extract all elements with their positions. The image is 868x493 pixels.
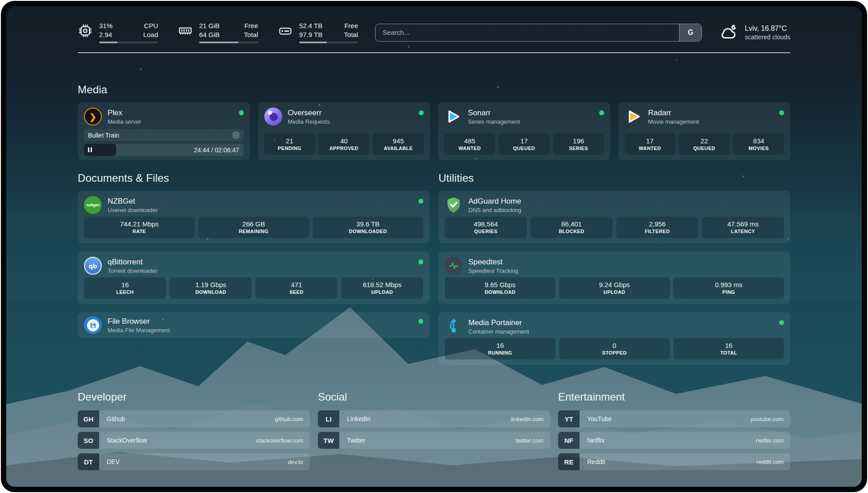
bookmark-twitter[interactable]: TW Twittertwitter.com: [318, 432, 550, 449]
service-subtitle: Torrent downloader: [108, 267, 413, 275]
service-card-overseerr[interactable]: Overseerr Media Requests 21PENDING 40APP…: [258, 102, 430, 160]
status-dot: [419, 110, 424, 115]
stat-running: 16RUNNING: [445, 338, 555, 359]
header-divider: [78, 52, 790, 53]
service-subtitle: Speedtest Tracking: [468, 267, 784, 275]
service-card-plex[interactable]: ❯ Plex Media server Bullet Train: [78, 102, 250, 160]
service-subtitle: Movie management: [648, 118, 774, 125]
overseerr-icon: [264, 108, 282, 125]
status-dot: [239, 110, 244, 115]
status-dot: [418, 199, 423, 204]
bookmark-reddit[interactable]: RE Redditreddit.com: [558, 453, 790, 470]
bookmark-github[interactable]: GH Githubgithub.com: [78, 410, 310, 427]
stat-seed: 471SEED: [255, 277, 338, 299]
stat-queued: 17QUEUED: [499, 134, 550, 155]
stat-downloaded: 39.6 TBDOWNLOADED: [313, 217, 423, 238]
stat-filtered: 2,956FILTERED: [616, 217, 698, 238]
cpu-load: 2.94: [99, 30, 113, 39]
bookmark-linkedin[interactable]: LI LinkedInlinkedin.com: [318, 410, 550, 427]
service-card-nzbget[interactable]: nzbget NZBGet Usenet downloader 744.21 M…: [78, 191, 430, 243]
section-title-media: Media: [78, 84, 790, 96]
search-engine-button[interactable]: G: [679, 24, 701, 41]
stat-leech: 16LEECH: [84, 277, 166, 299]
bookmark-youtube[interactable]: YT YouTubeyoutube.com: [558, 410, 790, 427]
bookmark-netflix[interactable]: NF Netflixnetflix.com: [558, 432, 790, 449]
service-card-radarr[interactable]: Radarr Movie management 17WANTED 22QUEUE…: [618, 102, 791, 160]
disk-widget: 52.4 TB97.9 TB FreeTotal: [278, 21, 358, 43]
stat-stopped: 0STOPPED: [559, 338, 670, 359]
load-label: Load: [143, 30, 158, 39]
section-title-utilities: Utilities: [438, 172, 790, 184]
cpu-label: CPU: [143, 21, 158, 30]
service-card-qbittorrent[interactable]: qb qBittorrent Torrent downloader 16LEEC…: [78, 251, 430, 304]
bookmark-group-entertainment: Entertainment YT YouTubeyoutube.com NF N…: [558, 391, 790, 470]
window-frame: 31%2.94 CPULoad: [1, 1, 867, 492]
service-subtitle: DNS and adblocking: [468, 206, 784, 214]
service-subtitle: Container management: [468, 328, 773, 335]
total-label: Total: [244, 30, 258, 39]
service-title: File Browser: [108, 317, 413, 326]
bookmark-dev[interactable]: DT DEVdev.to: [78, 453, 310, 470]
service-subtitle: Usenet downloader: [108, 206, 413, 214]
cast-icon: [232, 131, 240, 139]
adguard-icon: [445, 196, 463, 214]
memory-total: 64 GiB: [199, 30, 220, 39]
bookmark-abbr: YT: [558, 410, 580, 427]
memory-widget: 21 GiB64 GiB FreeTotal: [178, 21, 258, 43]
service-subtitle: Series management: [468, 118, 593, 125]
bookmark-abbr: SO: [78, 432, 99, 449]
section-utilities: Utilities AdGuard Home: [438, 172, 790, 365]
section-title-social: Social: [318, 391, 550, 403]
filebrowser-icon: [84, 316, 102, 334]
stat-upload: 9.24 GbpsUPLOAD: [559, 277, 670, 299]
service-card-speedtest[interactable]: Speedtest Speedtest Tracking 9.65 GbpsDO…: [438, 251, 790, 304]
memory-free: 21 GiB: [199, 21, 220, 30]
playback-elapsed: [84, 144, 116, 156]
search-bar: G: [375, 24, 702, 42]
service-subtitle: Media server: [108, 118, 233, 125]
memory-progress-bar: [199, 42, 258, 43]
service-title: AdGuard Home: [468, 196, 784, 206]
service-card-filebrowser[interactable]: File Browser Media File Management: [78, 312, 430, 338]
search-input[interactable]: [376, 24, 679, 41]
stat-series: 196SERIES: [553, 134, 604, 155]
free-label: Free: [244, 21, 258, 30]
cpu-usage: 31%: [99, 21, 113, 30]
cpu-progress-bar: [99, 42, 158, 43]
disk-progress-bar: [299, 42, 358, 43]
speedtest-icon: [445, 257, 463, 275]
weather-condition: scattered clouds: [745, 33, 790, 42]
bookmark-abbr: GH: [78, 410, 99, 427]
bookmark-group-developer: Developer GH Githubgithub.com SO StackOv…: [78, 391, 310, 470]
stat-rate: 744.21 MbpsRATE: [84, 217, 195, 238]
service-card-sonarr[interactable]: Sonarr Series management 485WANTED 17QUE…: [438, 102, 610, 160]
memory-icon: [178, 23, 193, 38]
service-title: Overseerr: [288, 108, 413, 118]
stat-wanted: 17WANTED: [625, 134, 676, 155]
stat-wanted: 485WANTED: [444, 134, 495, 155]
section-title-documents: Documents & Files: [78, 172, 430, 184]
service-title: Speedtest: [468, 257, 784, 267]
stat-pending: 21PENDING: [264, 134, 315, 155]
bookmark-group-social: Social LI LinkedInlinkedin.com TW Twitte…: [318, 391, 550, 470]
bookmark-abbr: NF: [558, 432, 580, 449]
now-playing-title: Bullet Train: [88, 132, 232, 139]
plex-icon: ❯: [84, 108, 102, 125]
service-title: Sonarr: [468, 108, 593, 118]
cpu-widget: 31%2.94 CPULoad: [78, 21, 158, 43]
dashboard: 31%2.94 CPULoad: [6, 6, 862, 487]
disk-icon: [278, 23, 293, 38]
now-playing-row: Bullet Train: [84, 129, 244, 141]
bookmark-abbr: DT: [78, 453, 99, 470]
service-card-adguard[interactable]: AdGuard Home DNS and adblocking 498,564Q…: [438, 191, 790, 243]
top-bar: 31%2.94 CPULoad: [78, 6, 790, 43]
cpu-icon: [78, 23, 93, 38]
stat-upload: 618.52 MbpsUPLOAD: [341, 277, 423, 299]
snow-speckles: [6, 6, 7, 7]
service-title: NZBGet: [108, 196, 413, 206]
service-card-portainer[interactable]: Media Portainer Container management 16R…: [438, 312, 790, 365]
playback-time: 24:44 / 02:06:47: [194, 146, 243, 154]
bookmark-stackoverflow[interactable]: SO StackOverflowstackoverflow.com: [78, 432, 310, 449]
stat-blocked: 86,401BLOCKED: [530, 217, 613, 238]
section-media: Media ❯ Plex Media server Bullet Train: [78, 84, 790, 160]
